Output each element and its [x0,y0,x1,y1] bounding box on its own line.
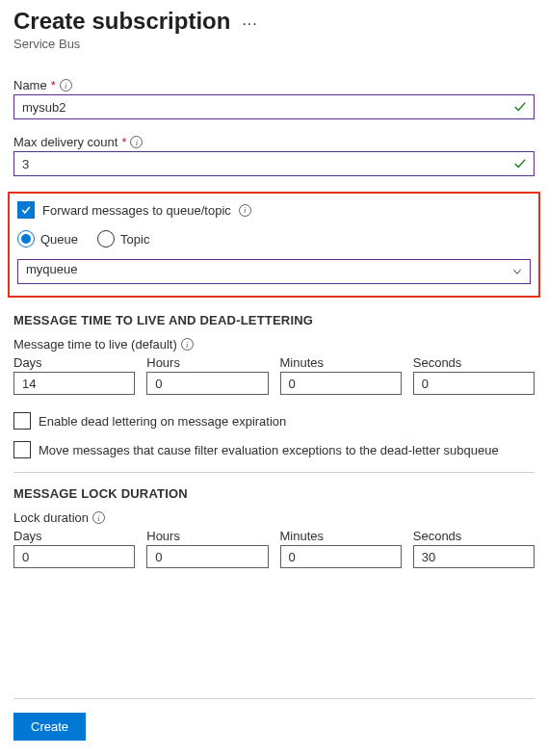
radio-topic-label: Topic [120,232,149,247]
max-delivery-input[interactable] [13,151,535,176]
ttl-seconds-label: Seconds [413,355,535,370]
forward-target-value: myqueue [26,262,77,276]
ttl-section-heading: MESSAGE TIME TO LIVE AND DEAD-LETTERING [13,313,535,327]
lock-minutes-label: Minutes [280,529,402,543]
ttl-hours-input[interactable] [146,372,268,395]
ttl-minutes-label: Minutes [280,355,402,370]
lock-hours-input[interactable] [146,545,268,568]
info-icon[interactable]: i [60,79,72,91]
radio-topic[interactable] [97,230,115,248]
name-input[interactable] [13,94,535,119]
create-button[interactable]: Create [13,713,86,741]
page-title: Create subscription [13,8,230,35]
ttl-minutes-input[interactable] [280,372,402,395]
deadletter-checkbox[interactable] [13,412,31,430]
lock-seconds-label: Seconds [413,529,535,543]
lock-minutes-input[interactable] [280,545,402,568]
forward-checkbox[interactable] [17,201,35,219]
info-icon[interactable]: i [130,136,143,148]
radio-queue-label: Queue [40,232,78,247]
section-divider [13,472,535,473]
radio-queue[interactable] [17,230,35,248]
lock-days-label: Days [13,529,135,543]
max-delivery-label: Max delivery count [13,135,117,149]
filter-exceptions-label: Move messages that cause filter evaluati… [39,443,499,457]
deadletter-label: Enable dead lettering on message expirat… [39,414,286,429]
lock-seconds-input[interactable] [413,545,535,568]
lock-section-heading: MESSAGE LOCK DURATION [13,486,535,501]
info-icon[interactable]: i [181,338,194,351]
ttl-days-label: Days [13,355,135,370]
filter-exceptions-checkbox[interactable] [13,441,31,458]
ttl-sublabel: Message time to live (default) [13,337,177,352]
name-label: Name [13,78,47,92]
info-icon[interactable]: i [92,511,105,524]
ttl-hours-label: Hours [146,355,268,370]
page-subtitle: Service Bus [13,37,535,51]
required-asterisk: * [121,135,126,149]
forward-checkbox-label: Forward messages to queue/topic [42,203,231,218]
lock-hours-label: Hours [146,529,268,543]
ttl-days-input[interactable] [13,372,135,395]
required-asterisk: * [51,78,56,92]
lock-days-input[interactable] [13,545,135,568]
more-icon[interactable]: ··· [242,12,257,33]
forward-section: Forward messages to queue/topic i Queue … [8,192,540,298]
lock-sublabel: Lock duration [13,510,89,525]
info-icon[interactable]: i [239,204,251,217]
forward-target-select[interactable]: myqueue [17,259,531,284]
ttl-seconds-input[interactable] [413,372,535,395]
